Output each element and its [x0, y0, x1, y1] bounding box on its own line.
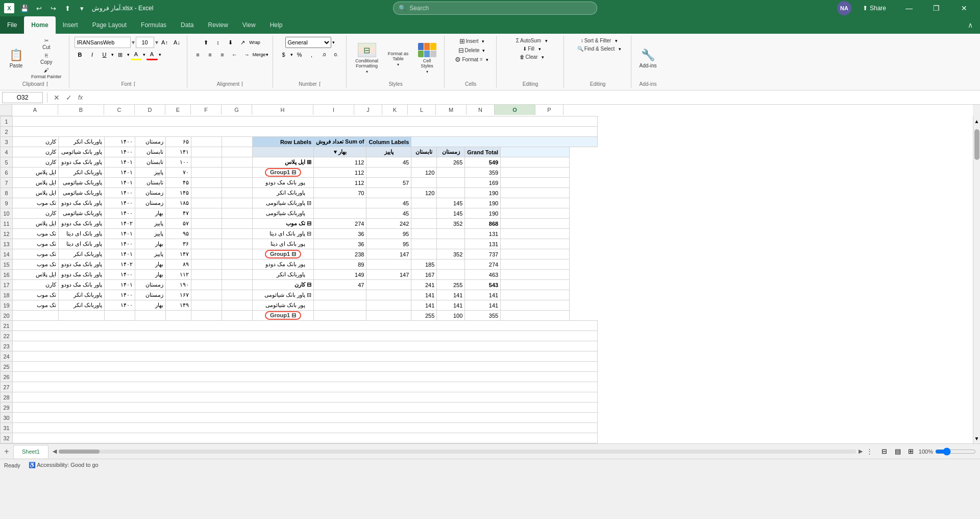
pivot-xiaomi-karn-tab[interactable]: 141 — [411, 290, 437, 300]
cell-C6[interactable]: ۱۴۰۱ — [105, 168, 135, 178]
cell-B11[interactable]: پاور بانک مک دودو — [59, 219, 105, 229]
pivot-tak-mob-tab[interactable] — [411, 219, 437, 229]
empty-21[interactable] — [13, 321, 598, 331]
cell-G17[interactable] — [222, 280, 253, 290]
merge-center-button[interactable]: Merge — [254, 49, 265, 60]
cell-F20[interactable] — [191, 311, 222, 321]
cell-styles-chevron[interactable]: ▾ — [426, 69, 428, 74]
cell-E4[interactable]: ۱۴۱ — [166, 147, 191, 157]
cell-C12[interactable]: ۱۴۰۱ — [105, 229, 135, 239]
pivot-xiaomi-karn-data-tab[interactable]: 141 — [411, 300, 437, 311]
find-select-button[interactable]: 🔍 Find & Select — [574, 45, 618, 53]
cell-A4[interactable]: كارن — [13, 147, 59, 157]
cell-F9[interactable] — [191, 198, 222, 208]
fill-chevron[interactable]: ▾ — [143, 52, 145, 57]
font-name-input[interactable] — [75, 37, 131, 48]
cell-A14[interactable]: تک موب — [13, 249, 59, 260]
increase-decimal-button[interactable]: .0 — [318, 49, 330, 60]
format-table-button[interactable]: Format as Table ▾ — [384, 48, 412, 69]
cell-D19[interactable]: بهار — [135, 300, 166, 311]
tab-insert[interactable]: Insert — [56, 16, 85, 34]
cell-B7[interactable]: پاوربانک شیائومی — [59, 178, 105, 188]
pivot-tabestan-header[interactable]: تابستان — [411, 147, 437, 157]
cell-G14[interactable] — [222, 249, 253, 260]
cell-C4[interactable]: ۱۴۰۰ — [105, 147, 135, 157]
pivot-aidata-data-paiz[interactable]: 95 — [366, 239, 411, 249]
pivot-xiaomi-group-zem[interactable]: 145 — [437, 198, 465, 208]
empty-31[interactable] — [13, 423, 598, 433]
copy-button[interactable]: ⎘ Copy — [28, 52, 65, 66]
customize-quick-access[interactable]: ▾ — [76, 2, 88, 14]
share-button[interactable]: ⬆ Share — [855, 3, 893, 14]
pivot-aidata-group-total[interactable]: 131 — [465, 229, 501, 239]
cell-E14[interactable]: ۱۴۷ — [166, 249, 191, 260]
cell-C19[interactable]: ۱۴۰۰ — [105, 300, 135, 311]
pivot-mak-dodo-1-total[interactable]: 169 — [465, 178, 501, 188]
pivot-group1-b-total[interactable]: 737 — [465, 249, 501, 260]
pivot-anker-1-label[interactable]: پاوربانک انکر — [253, 188, 314, 198]
align-left-button[interactable]: ≡ — [192, 49, 204, 60]
pivot-group1-c-tab[interactable]: 255 — [411, 311, 437, 321]
cell-B13[interactable]: پاور بانک ای دیتا — [59, 239, 105, 249]
pivot-xiaomi-karn-data-label[interactable]: پور بانک شیائومی — [253, 300, 314, 311]
pivot-h2[interactable]: Row Labels — [253, 137, 314, 147]
col-header-G[interactable]: G — [222, 105, 252, 115]
formula-confirm-button[interactable]: ✓ — [64, 93, 74, 102]
minimize-button[interactable]: — — [897, 0, 921, 16]
empty-32[interactable] — [13, 433, 598, 443]
pivot-tak-mob-paiz[interactable]: 242 — [366, 219, 411, 229]
font-name-chevron[interactable]: ▾ — [132, 39, 135, 46]
col-header-A[interactable]: A — [12, 105, 58, 115]
format-painter-button[interactable]: 🖌 Format Painter — [28, 66, 65, 80]
cell-F11[interactable] — [191, 219, 222, 229]
cell-E17[interactable]: ۱۹۰ — [166, 280, 191, 290]
cell-E13[interactable]: ۳۶ — [166, 239, 191, 249]
pivot-xiaomi-karn-data-zem[interactable]: 141 — [437, 300, 465, 311]
undo-button[interactable]: ↩ — [33, 2, 45, 14]
cell-F16[interactable] — [191, 270, 222, 280]
pivot-xiaomi-karn-total[interactable]: 141 — [465, 290, 501, 300]
pivot-xiaomi-karn-label[interactable]: ⊟ پاور بانک شیائومی — [253, 290, 314, 300]
col-header-E[interactable]: E — [165, 105, 191, 115]
horizontal-scroll-thumb[interactable] — [59, 450, 100, 454]
col-header-O[interactable]: O — [495, 105, 535, 115]
pivot-mak-dodo-1-tab[interactable] — [411, 178, 437, 188]
pivot-aidata-group-paiz[interactable]: 95 — [366, 229, 411, 239]
pivot-xiaomi-data-paiz[interactable]: 45 — [366, 208, 411, 219]
conditional-formatting-button[interactable]: ⊟ Conditional Formatting ▾ — [352, 41, 382, 76]
cell-C16[interactable]: ۱۴۰۰ — [105, 270, 135, 280]
col-header-N[interactable]: N — [467, 105, 495, 115]
pivot-karn-paiz[interactable] — [366, 280, 411, 290]
cell-E16[interactable]: ۱۱۲ — [166, 270, 191, 280]
cell-D10[interactable]: بهار — [135, 208, 166, 219]
pivot-xiaomi-group-paiz[interactable]: 45 — [366, 198, 411, 208]
fill-button[interactable]: ⬇ Fill — [520, 45, 537, 53]
pivot-anker-1-tab[interactable]: 120 — [411, 188, 437, 198]
pivot-mak-dodo-1-bahar[interactable]: 112 — [314, 178, 366, 188]
pivot-group1-a-label[interactable]: Group1 ⊟ — [253, 168, 314, 178]
formula-input[interactable] — [87, 94, 978, 101]
bold-button[interactable]: B — [75, 49, 86, 60]
pivot-xiaomi-karn-data-bahar[interactable] — [314, 300, 366, 311]
cell-E5[interactable]: ۱۰۰ — [166, 157, 191, 168]
cell-C17[interactable]: ۱۴۰۱ — [105, 280, 135, 290]
cell-C20[interactable] — [105, 311, 135, 321]
pivot-aidata-data-label[interactable]: پور بانک ای دیتا — [253, 239, 314, 249]
pivot-xiaomi-karn-zem[interactable]: 141 — [437, 290, 465, 300]
merge-chevron[interactable]: ▾ — [266, 52, 268, 57]
font-color-chevron[interactable]: ▾ — [159, 52, 161, 57]
cell-E7[interactable]: ۴۵ — [166, 178, 191, 188]
autosum-chevron[interactable]: ▾ — [545, 38, 548, 43]
cell-A6[interactable]: ایل پلاس — [13, 168, 59, 178]
pivot-karn-tab[interactable]: 241 — [411, 280, 437, 290]
empty-23[interactable] — [13, 341, 598, 351]
format-table-chevron[interactable]: ▾ — [397, 62, 399, 67]
cell-G4[interactable] — [222, 147, 253, 157]
cell-A19[interactable]: تک موب — [13, 300, 59, 311]
col-header-K[interactable]: K — [382, 105, 408, 115]
cell-F19[interactable] — [191, 300, 222, 311]
normal-view-button[interactable]: ⊟ — [879, 447, 890, 456]
cell-C7[interactable]: ۱۴۰۱ — [105, 178, 135, 188]
cell-F8[interactable] — [191, 188, 222, 198]
empty-row-2[interactable] — [13, 127, 598, 137]
